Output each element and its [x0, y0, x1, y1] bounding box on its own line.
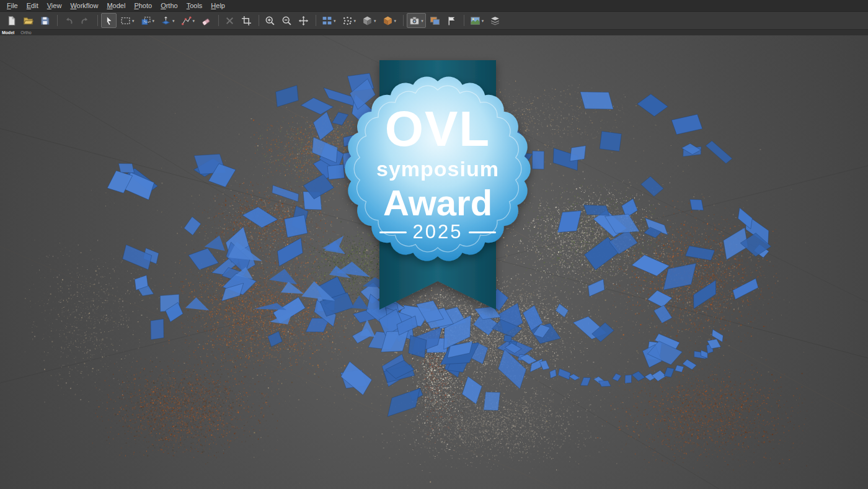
toolbar-separator	[316, 15, 316, 26]
dropdown-caret-icon[interactable]: ▾	[153, 19, 155, 23]
show-cameras-button[interactable]: ▾	[319, 13, 339, 28]
show-photos-icon	[430, 16, 440, 26]
application-window: FileEditViewWorkflowModelPhotoOrthoTools…	[0, 0, 868, 489]
save-icon	[40, 16, 50, 26]
toolbar-separator	[218, 15, 219, 26]
zoom-out-button[interactable]	[279, 13, 294, 28]
new-document-button[interactable]	[4, 13, 19, 28]
point-cloud-view-button[interactable]: ▾	[340, 13, 359, 28]
move-region-button[interactable]: ▾	[158, 13, 177, 28]
move-region-icon	[161, 16, 171, 26]
textured-view-icon	[383, 16, 393, 26]
dropdown-caret-icon[interactable]: ▾	[172, 19, 175, 23]
toolbar-separator	[403, 15, 404, 26]
crop-selection-button[interactable]	[239, 13, 254, 28]
tab-model[interactable]: Model	[2, 30, 14, 35]
eraser-tool-button[interactable]	[198, 13, 214, 28]
zoom-in-icon	[265, 16, 275, 26]
shaded-view-icon	[362, 16, 373, 26]
menu-bar: FileEditViewWorkflowModelPhotoOrthoTools…	[0, 0, 868, 12]
flag-marker-icon	[446, 16, 457, 26]
open-folder-icon	[23, 16, 33, 26]
dropdown-caret-icon[interactable]: ▾	[354, 19, 356, 23]
show-photos-button[interactable]	[427, 13, 443, 28]
orthomosaic-view-icon	[470, 16, 480, 26]
dropdown-caret-icon[interactable]: ▾	[334, 19, 336, 23]
menu-help[interactable]: Help	[206, 1, 229, 11]
zoom-out-icon	[281, 16, 292, 26]
dropdown-caret-icon[interactable]: ▾	[132, 19, 135, 23]
dropdown-caret-icon[interactable]: ▾	[394, 19, 397, 23]
toolbar: ▾▾▾▾▾▾▾▾▾▾	[0, 12, 868, 30]
menu-file[interactable]: File	[2, 1, 22, 11]
menu-model[interactable]: Model	[102, 1, 130, 11]
menu-tools[interactable]: Tools	[182, 1, 207, 11]
shaded-view-button[interactable]: ▾	[360, 13, 379, 28]
measure-tool-icon	[181, 16, 192, 26]
point-cloud-view-icon	[342, 16, 353, 26]
menu-photo[interactable]: Photo	[130, 1, 156, 11]
new-document-icon	[6, 16, 17, 26]
redo-icon	[80, 16, 91, 26]
resize-region-icon	[141, 16, 151, 26]
toolbar-separator	[57, 15, 58, 26]
select-arrow-button[interactable]	[101, 13, 117, 28]
toolbar-separator	[97, 15, 98, 26]
dem-view-button[interactable]	[487, 13, 503, 28]
navigation-mode-icon	[298, 16, 309, 26]
select-arrow-icon	[104, 16, 114, 26]
toolbar-separator	[259, 15, 259, 26]
zoom-in-button[interactable]	[262, 13, 278, 28]
navigation-mode-button[interactable]	[296, 13, 311, 28]
menu-view[interactable]: View	[43, 1, 66, 11]
resize-region-button[interactable]: ▾	[138, 13, 157, 28]
save-button[interactable]	[37, 13, 53, 28]
measure-tool-button[interactable]: ▾	[179, 13, 198, 28]
delete-selection-button	[222, 13, 237, 28]
textured-view-button[interactable]: ▾	[380, 13, 399, 28]
dropdown-caret-icon[interactable]: ▾	[421, 19, 423, 23]
redo-button	[78, 13, 93, 28]
point-cloud-canvas[interactable]	[0, 35, 868, 489]
dropdown-caret-icon[interactable]: ▾	[482, 19, 484, 23]
flag-marker-button[interactable]	[444, 13, 459, 28]
open-folder-button[interactable]	[20, 13, 36, 28]
menu-edit[interactable]: Edit	[22, 1, 43, 11]
dropdown-caret-icon[interactable]: ▾	[374, 19, 376, 23]
undo-icon	[63, 16, 74, 26]
view-tabs: ModelOrtho	[0, 30, 868, 35]
orthomosaic-view-button[interactable]: ▾	[467, 13, 487, 28]
dem-view-icon	[490, 16, 500, 26]
delete-selection-icon	[224, 16, 235, 26]
show-cameras-icon	[322, 16, 332, 26]
capture-view-icon	[409, 16, 420, 26]
undo-button	[61, 13, 76, 28]
menu-workflow[interactable]: Workflow	[66, 1, 102, 11]
model-viewport[interactable]: OVL symposium Award 2025	[0, 35, 868, 489]
rectangle-selection-button[interactable]: ▾	[118, 13, 137, 28]
capture-view-button[interactable]: ▾	[407, 13, 426, 28]
toolbar-separator	[464, 15, 464, 26]
crop-selection-icon	[241, 16, 252, 26]
rectangle-selection-icon	[120, 16, 131, 26]
eraser-tool-icon	[201, 16, 211, 26]
menu-ortho[interactable]: Ortho	[156, 1, 182, 11]
tab-ortho[interactable]: Ortho	[20, 30, 32, 35]
dropdown-caret-icon[interactable]: ▾	[193, 19, 195, 23]
